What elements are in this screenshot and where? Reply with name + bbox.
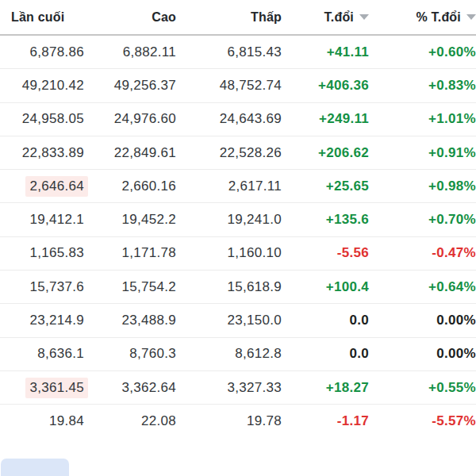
change-value: +41.11 — [327, 44, 369, 60]
column-header-low: Thấp — [176, 10, 282, 25]
change-pct-value: 0.00% — [436, 346, 476, 362]
last-value: 15,737.6 — [29, 279, 84, 295]
table-row[interactable]: 3,361.45 3,362.64 3,327.33 +18.27 +0.55% — [0, 371, 476, 405]
high-value: 19,452.2 — [121, 212, 176, 228]
change-pct-value: +1.01% — [428, 111, 476, 127]
change-value: 0.0 — [349, 313, 369, 328]
change-value: +18.27 — [326, 380, 369, 396]
low-value: 6,815.43 — [227, 44, 282, 60]
low-value: 8,612.8 — [235, 346, 282, 362]
last-value: 19.84 — [49, 413, 84, 429]
change-pct-value: +0.55% — [428, 380, 476, 396]
low-value: 15,618.9 — [227, 279, 282, 295]
high-value: 24,976.60 — [114, 111, 176, 127]
high-value: 23,488.9 — [121, 313, 176, 328]
low-value: 23,150.0 — [227, 313, 282, 328]
last-value: 49,210.42 — [22, 78, 84, 94]
high-value: 22,849.61 — [114, 145, 176, 161]
table-row[interactable]: 22,833.89 22,849.61 22,528.26 +206.62 +0… — [0, 136, 476, 170]
table-row[interactable]: 1,165.83 1,171.78 1,160.10 -5.56 -0.47% — [0, 237, 476, 271]
change-value: 0.0 — [349, 346, 369, 362]
last-value: 8,636.1 — [37, 346, 84, 362]
last-value: 1,165.83 — [29, 245, 84, 261]
low-value: 24,643.69 — [220, 111, 282, 127]
low-value: 48,752.74 — [220, 78, 282, 94]
last-value: 23,214.9 — [29, 313, 84, 328]
low-value: 19,241.0 — [227, 212, 282, 228]
column-header-last-label: Lần cuối — [11, 10, 64, 25]
change-pct-value: +0.70% — [428, 212, 476, 228]
change-value: +206.62 — [318, 145, 369, 161]
high-value: 49,256.37 — [114, 78, 176, 94]
change-pct-value: +0.60% — [428, 44, 476, 60]
high-value: 22.08 — [141, 413, 176, 429]
high-value: 8,760.3 — [129, 346, 176, 362]
high-value: 6,882.11 — [123, 44, 176, 60]
high-value: 2,660.16 — [121, 178, 176, 194]
change-pct-value: +0.98% — [428, 178, 476, 194]
last-value: 22,833.89 — [22, 145, 84, 161]
change-pct-value: +0.64% — [428, 279, 476, 295]
last-value: 24,958.05 — [22, 111, 84, 127]
sort-descending-icon[interactable] — [466, 14, 476, 20]
change-pct-value: -0.47% — [432, 245, 476, 261]
column-header-high: Cao — [84, 10, 176, 25]
table-header-row: Lần cuối Cao Thấp T.đổi % T.đổi — [0, 0, 476, 36]
change-value: +249.11 — [319, 111, 369, 127]
column-header-change-pct[interactable]: % T.đổi — [369, 10, 476, 25]
sort-descending-icon[interactable] — [359, 14, 369, 20]
cut-off-link-pill[interactable] — [1, 459, 69, 476]
last-value: 19,412.1 — [29, 212, 84, 228]
column-header-change[interactable]: T.đổi — [282, 10, 369, 25]
table-row[interactable]: 49,210.42 49,256.37 48,752.74 +406.36 +0… — [0, 69, 476, 102]
table-row[interactable]: 15,737.6 15,754.2 15,618.9 +100.4 +0.64% — [0, 271, 476, 304]
markets-quotes-screen: Lần cuối Cao Thấp T.đổi % T.đổi 6,878.86… — [0, 0, 476, 476]
change-pct-value: 0.00% — [436, 313, 476, 328]
change-value: -5.56 — [337, 245, 369, 261]
table-row[interactable]: 2,646.64 2,660.16 2,617.11 +25.65 +0.98% — [0, 170, 476, 203]
table-body: 6,878.86 6,882.11 6,815.43 +41.11 +0.60%… — [0, 36, 476, 439]
last-value: 2,646.64 — [25, 176, 88, 197]
table-row[interactable]: 24,958.05 24,976.60 24,643.69 +249.11 +1… — [0, 103, 476, 136]
low-value: 2,617.11 — [228, 178, 282, 194]
column-header-last: Lần cuối — [2, 10, 84, 25]
table-row[interactable]: 19.84 22.08 19.78 -1.17 -5.57% — [0, 405, 476, 438]
quotes-table: Lần cuối Cao Thấp T.đổi % T.đổi 6,878.86… — [0, 0, 476, 439]
table-row[interactable]: 8,636.1 8,760.3 8,612.8 0.0 0.00% — [0, 338, 476, 371]
change-pct-value: +0.91% — [428, 145, 476, 161]
high-value: 15,754.2 — [121, 279, 176, 295]
change-value: +100.4 — [326, 279, 369, 295]
low-value: 22,528.26 — [220, 145, 282, 161]
last-value: 6,878.86 — [29, 44, 84, 60]
low-value: 19.78 — [247, 413, 282, 429]
column-header-change-label: T.đổi — [324, 10, 354, 25]
column-header-low-label: Thấp — [251, 10, 282, 25]
column-header-high-label: Cao — [152, 10, 176, 25]
change-pct-value: -5.57% — [432, 413, 476, 429]
table-row[interactable]: 23,214.9 23,488.9 23,150.0 0.0 0.00% — [0, 304, 476, 337]
column-header-change-pct-label: % T.đổi — [416, 10, 461, 25]
change-pct-value: +0.83% — [428, 78, 476, 94]
low-value: 1,160.10 — [227, 245, 282, 261]
change-value: +25.65 — [326, 178, 369, 194]
table-row[interactable]: 19,412.1 19,452.2 19,241.0 +135.6 +0.70% — [0, 203, 476, 236]
low-value: 3,327.33 — [227, 380, 282, 396]
change-value: +135.6 — [326, 212, 369, 228]
last-value: 3,361.45 — [25, 378, 88, 398]
table-row[interactable]: 6,878.86 6,882.11 6,815.43 +41.11 +0.60% — [0, 36, 476, 69]
high-value: 3,362.64 — [121, 380, 176, 396]
change-value: +406.36 — [318, 78, 369, 94]
high-value: 1,171.78 — [121, 245, 176, 261]
change-value: -1.17 — [337, 413, 369, 429]
